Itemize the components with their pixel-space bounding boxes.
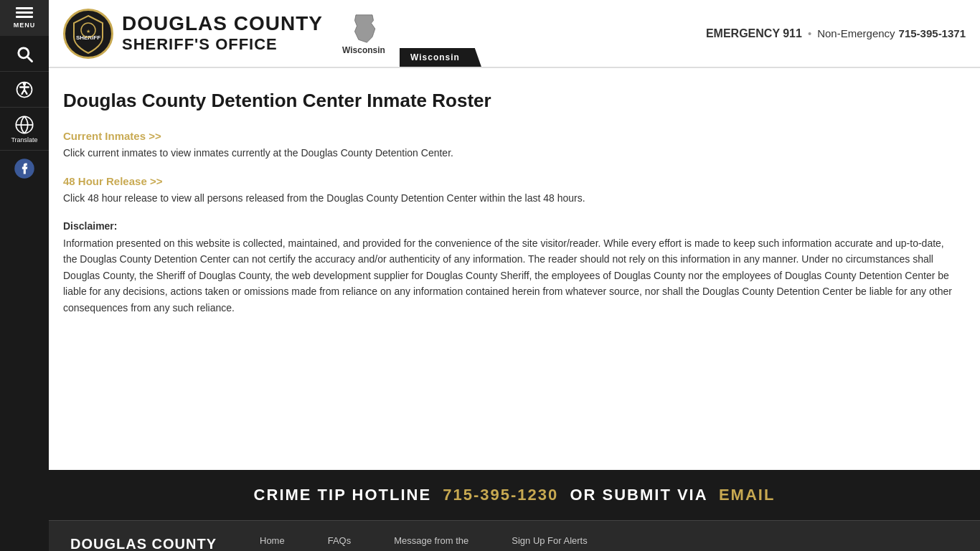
wisconsin-shape: Wisconsin	[342, 12, 385, 55]
state-tab-label: Wisconsin	[410, 52, 460, 62]
accessibility-icon	[14, 80, 34, 100]
state-label: Wisconsin	[342, 45, 385, 55]
facebook-icon	[14, 158, 35, 179]
crime-tip-label: CRIME TIP HOTLINE	[254, 486, 432, 504]
release-description: Click 48 hour release to view all person…	[63, 191, 958, 206]
wisconsin-map-icon	[348, 12, 380, 45]
footer-nav: DOUGLAS COUNTY Home FAQs Message from th…	[49, 520, 980, 551]
main-content: Douglas County Detention Center Inmate R…	[49, 68, 980, 470]
footer-home-link[interactable]: Home	[260, 535, 285, 546]
emergency-label: EMERGENCY 911	[706, 27, 802, 40]
emergency-info: EMERGENCY 911 • Non-Emergency 715-395-13…	[706, 0, 980, 67]
disclaimer-text: Information presented on this website is…	[63, 235, 958, 316]
48-hour-release-link[interactable]: 48 Hour Release >>	[63, 175, 162, 187]
footer-banner: CRIME TIP HOTLINE 715-395-1230 OR SUBMIT…	[49, 470, 980, 520]
hotline-number: 715-395-1230	[443, 486, 558, 504]
shield-icon: SHERIFF ★	[67, 12, 110, 55]
non-emergency-phone: 715-395-1371	[899, 27, 966, 39]
search-button[interactable]	[0, 36, 49, 72]
footer-nav-col-2: FAQs	[328, 535, 352, 546]
menu-label: MENU	[14, 22, 36, 29]
translate-button[interactable]: Translate	[0, 108, 49, 151]
state-tab: Wisconsin	[400, 48, 481, 67]
hamburger-line-1	[16, 7, 33, 9]
footer-message-link[interactable]: Message from the	[394, 535, 468, 546]
sheriff-logo: SHERIFF ★	[63, 9, 113, 59]
top-header: SHERIFF ★ DOUGLAS COUNTY SHERIFF'S OFFIC…	[49, 0, 980, 68]
page-wrapper: SHERIFF ★ DOUGLAS COUNTY SHERIFF'S OFFIC…	[49, 0, 980, 551]
footer-nav-col-4: Sign Up For Alerts	[512, 535, 588, 546]
menu-button[interactable]: MENU	[0, 0, 49, 36]
translate-icon	[14, 115, 34, 135]
footer-alerts-link[interactable]: Sign Up For Alerts	[512, 535, 588, 546]
disclaimer-title: Disclaimer:	[63, 220, 958, 232]
logo-area: SHERIFF ★ DOUGLAS COUNTY SHERIFF'S OFFIC…	[49, 0, 400, 67]
translate-label: Translate	[11, 136, 37, 143]
email-link[interactable]: EMAIL	[719, 486, 775, 504]
hamburger-line-3	[16, 16, 33, 18]
facebook-button[interactable]	[0, 151, 49, 187]
page-title: Douglas County Detention Center Inmate R…	[63, 90, 958, 112]
non-emergency-label: Non-Emergency	[817, 27, 895, 39]
footer-county-name: DOUGLAS COUNTY	[70, 535, 217, 551]
svg-text:★: ★	[86, 29, 90, 34]
footer-banner-text: CRIME TIP HOTLINE 715-395-1230 OR SUBMIT…	[63, 486, 966, 504]
banner-middle-text: OR SUBMIT VIA	[570, 486, 707, 504]
accessibility-button[interactable]	[0, 72, 49, 108]
footer-nav-col-1: Home	[260, 535, 285, 546]
header-title-line2: SHERIFF'S OFFICE	[122, 35, 323, 54]
search-icon	[14, 44, 34, 64]
header-title-block: DOUGLAS COUNTY SHERIFF'S OFFICE	[122, 13, 323, 54]
sidebar: MENU Translate	[0, 0, 49, 551]
current-inmates-link[interactable]: Current Inmates >>	[63, 130, 161, 142]
footer-faqs-link[interactable]: FAQs	[328, 535, 352, 546]
hamburger-line-2	[16, 11, 33, 14]
current-inmates-description: Click current inmates to view inmates cu…	[63, 146, 958, 161]
footer-nav-col-3: Message from the	[394, 535, 468, 546]
separator: •	[808, 27, 811, 39]
header-title-line1: DOUGLAS COUNTY	[122, 13, 323, 35]
